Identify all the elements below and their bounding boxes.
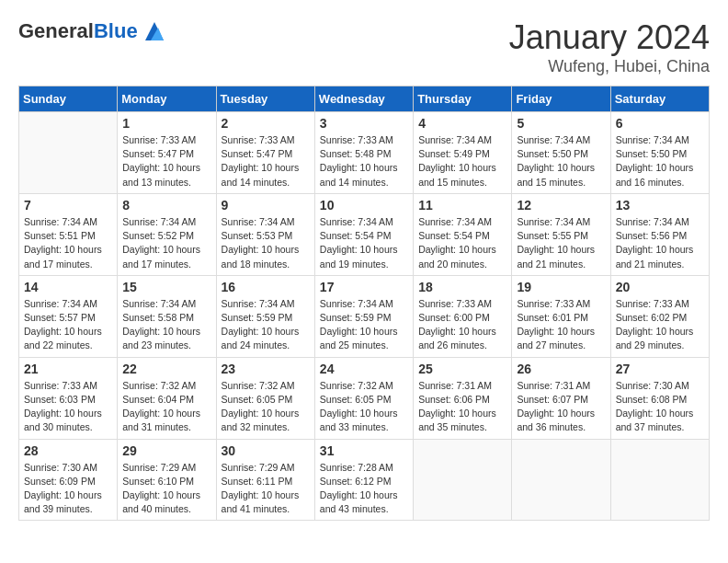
day-info: Sunrise: 7:33 AM Sunset: 5:47 PM Dayligh… [122,133,210,190]
page-header: GeneralBlue January 2024 Wufeng, Hubei, … [18,18,710,76]
day-info: Sunrise: 7:30 AM Sunset: 6:09 PM Dayligh… [24,461,112,517]
day-info: Sunrise: 7:33 AM Sunset: 6:00 PM Dayligh… [418,297,506,353]
day-number: 11 [418,198,506,213]
day-number: 2 [222,116,310,131]
day-number: 6 [616,116,704,131]
day-number: 10 [320,198,408,213]
day-number: 4 [418,116,506,131]
col-header-saturday: Saturday [610,86,709,112]
day-info: Sunrise: 7:34 AM Sunset: 5:59 PM Dayligh… [222,297,310,353]
calendar-header-row: SundayMondayTuesdayWednesdayThursdayFrid… [19,86,710,112]
calendar-cell: 31Sunrise: 7:28 AM Sunset: 6:12 PM Dayli… [314,439,413,521]
day-info: Sunrise: 7:34 AM Sunset: 5:54 PM Dayligh… [418,215,506,271]
calendar-cell: 2Sunrise: 7:33 AM Sunset: 5:47 PM Daylig… [216,112,314,194]
col-header-thursday: Thursday [414,86,512,112]
day-number: 1 [122,116,210,131]
day-info: Sunrise: 7:34 AM Sunset: 5:58 PM Dayligh… [122,297,210,353]
day-info: Sunrise: 7:34 AM Sunset: 5:56 PM Dayligh… [616,215,704,271]
day-number: 19 [517,280,605,294]
day-info: Sunrise: 7:32 AM Sunset: 6:05 PM Dayligh… [222,379,310,435]
calendar-cell: 28Sunrise: 7:30 AM Sunset: 6:09 PM Dayli… [19,439,118,521]
calendar-cell [414,439,512,521]
day-info: Sunrise: 7:31 AM Sunset: 6:06 PM Dayligh… [418,379,506,435]
calendar-body: 1Sunrise: 7:33 AM Sunset: 5:47 PM Daylig… [19,112,710,521]
logo-general-text: General [18,19,94,42]
day-info: Sunrise: 7:34 AM Sunset: 5:50 PM Dayligh… [616,133,704,190]
day-info: Sunrise: 7:28 AM Sunset: 6:12 PM Dayligh… [320,461,408,517]
calendar-cell: 4Sunrise: 7:34 AM Sunset: 5:49 PM Daylig… [414,112,512,194]
day-number: 20 [616,280,704,294]
day-info: Sunrise: 7:34 AM Sunset: 5:51 PM Dayligh… [24,215,112,271]
day-number: 21 [24,362,112,376]
day-info: Sunrise: 7:34 AM Sunset: 5:55 PM Dayligh… [517,215,605,271]
day-info: Sunrise: 7:33 AM Sunset: 5:47 PM Dayligh… [222,133,310,190]
day-info: Sunrise: 7:33 AM Sunset: 6:01 PM Dayligh… [517,297,605,353]
day-info: Sunrise: 7:31 AM Sunset: 6:07 PM Dayligh… [517,379,605,435]
col-header-sunday: Sunday [19,86,118,112]
day-info: Sunrise: 7:29 AM Sunset: 6:11 PM Dayligh… [222,461,310,517]
calendar-cell: 19Sunrise: 7:33 AM Sunset: 6:01 PM Dayli… [512,275,610,357]
calendar-cell: 16Sunrise: 7:34 AM Sunset: 5:59 PM Dayli… [216,275,314,357]
day-info: Sunrise: 7:34 AM Sunset: 5:50 PM Dayligh… [517,133,605,190]
day-number: 22 [122,362,210,376]
day-info: Sunrise: 7:34 AM Sunset: 5:53 PM Dayligh… [222,215,310,271]
day-info: Sunrise: 7:33 AM Sunset: 6:02 PM Dayligh… [616,297,704,353]
day-number: 14 [24,280,112,294]
day-info: Sunrise: 7:32 AM Sunset: 6:04 PM Dayligh… [122,379,210,435]
day-info: Sunrise: 7:34 AM Sunset: 5:49 PM Dayligh… [418,133,506,190]
day-info: Sunrise: 7:33 AM Sunset: 5:48 PM Dayligh… [320,133,408,190]
day-info: Sunrise: 7:32 AM Sunset: 6:05 PM Dayligh… [320,379,408,435]
calendar-week-4: 28Sunrise: 7:30 AM Sunset: 6:09 PM Dayli… [19,439,710,521]
day-info: Sunrise: 7:29 AM Sunset: 6:10 PM Dayligh… [122,461,210,517]
day-number: 9 [222,198,310,213]
col-header-monday: Monday [118,86,216,112]
location-title: Wufeng, Hubei, China [509,57,710,76]
calendar-cell: 11Sunrise: 7:34 AM Sunset: 5:54 PM Dayli… [414,193,512,275]
calendar-cell: 10Sunrise: 7:34 AM Sunset: 5:54 PM Dayli… [314,193,413,275]
day-number: 13 [616,198,704,213]
calendar-cell: 5Sunrise: 7:34 AM Sunset: 5:50 PM Daylig… [512,112,610,194]
calendar-cell: 17Sunrise: 7:34 AM Sunset: 5:59 PM Dayli… [314,275,413,357]
day-number: 5 [517,116,605,131]
calendar-week-0: 1Sunrise: 7:33 AM Sunset: 5:47 PM Daylig… [19,112,710,194]
calendar-cell: 25Sunrise: 7:31 AM Sunset: 6:06 PM Dayli… [414,357,512,439]
calendar-cell: 27Sunrise: 7:30 AM Sunset: 6:08 PM Dayli… [610,357,709,439]
calendar-cell: 24Sunrise: 7:32 AM Sunset: 6:05 PM Dayli… [314,357,413,439]
calendar-cell: 9Sunrise: 7:34 AM Sunset: 5:53 PM Daylig… [216,193,314,275]
calendar-cell: 21Sunrise: 7:33 AM Sunset: 6:03 PM Dayli… [19,357,118,439]
day-info: Sunrise: 7:34 AM Sunset: 5:57 PM Dayligh… [24,297,112,353]
calendar-cell: 30Sunrise: 7:29 AM Sunset: 6:11 PM Dayli… [216,439,314,521]
day-info: Sunrise: 7:30 AM Sunset: 6:08 PM Dayligh… [616,379,704,435]
calendar-cell [610,439,709,521]
calendar-cell: 23Sunrise: 7:32 AM Sunset: 6:05 PM Dayli… [216,357,314,439]
calendar-week-2: 14Sunrise: 7:34 AM Sunset: 5:57 PM Dayli… [19,275,710,357]
col-header-wednesday: Wednesday [314,86,413,112]
calendar-cell: 22Sunrise: 7:32 AM Sunset: 6:04 PM Dayli… [118,357,216,439]
logo: GeneralBlue [18,18,167,44]
day-info: Sunrise: 7:33 AM Sunset: 6:03 PM Dayligh… [24,379,112,435]
calendar-table: SundayMondayTuesdayWednesdayThursdayFrid… [18,86,710,521]
col-header-friday: Friday [512,86,610,112]
day-number: 25 [418,362,506,376]
calendar-cell: 29Sunrise: 7:29 AM Sunset: 6:10 PM Dayli… [118,439,216,521]
day-number: 17 [320,280,408,294]
day-number: 3 [320,116,408,131]
col-header-tuesday: Tuesday [216,86,314,112]
calendar-cell: 8Sunrise: 7:34 AM Sunset: 5:52 PM Daylig… [118,193,216,275]
day-number: 7 [24,198,112,213]
calendar-cell: 26Sunrise: 7:31 AM Sunset: 6:07 PM Dayli… [512,357,610,439]
day-number: 30 [222,443,310,458]
calendar-cell: 13Sunrise: 7:34 AM Sunset: 5:56 PM Dayli… [610,193,709,275]
calendar-cell: 1Sunrise: 7:33 AM Sunset: 5:47 PM Daylig… [118,112,216,194]
calendar-cell: 3Sunrise: 7:33 AM Sunset: 5:48 PM Daylig… [314,112,413,194]
day-number: 28 [24,443,112,458]
day-number: 29 [122,443,210,458]
calendar-cell: 14Sunrise: 7:34 AM Sunset: 5:57 PM Dayli… [19,275,118,357]
day-number: 23 [222,362,310,376]
month-title: January 2024 [509,18,710,57]
title-block: January 2024 Wufeng, Hubei, China [509,18,710,76]
day-number: 15 [122,280,210,294]
calendar-cell: 12Sunrise: 7:34 AM Sunset: 5:55 PM Dayli… [512,193,610,275]
calendar-cell: 20Sunrise: 7:33 AM Sunset: 6:02 PM Dayli… [610,275,709,357]
day-number: 31 [320,443,408,458]
